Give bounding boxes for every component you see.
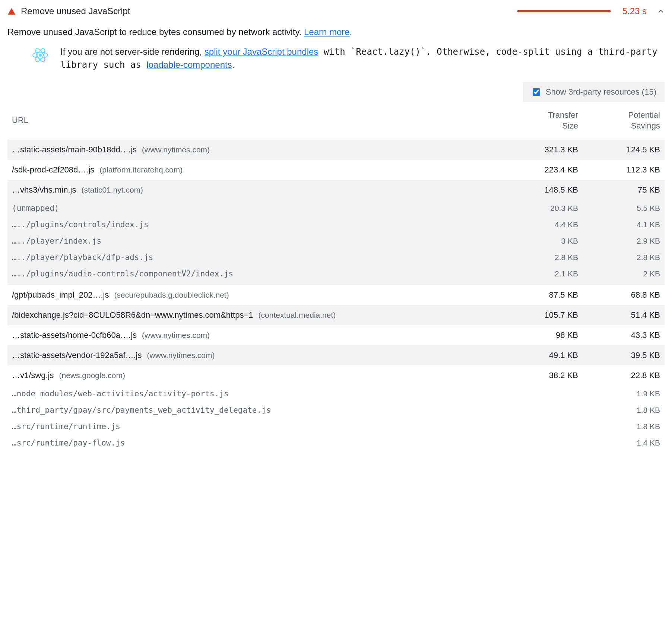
table-row[interactable]: …vhs3/vhs.min.js(static01.nyt.com)148.5 … — [7, 180, 665, 200]
table-subrow[interactable]: …../player/playback/dfp-ads.js2.8 KB2.8 … — [7, 249, 665, 266]
subrow-path: …src/runtime/pay-flow.js — [12, 438, 496, 447]
row-url-host: (platform.iteratehq.com) — [99, 165, 183, 174]
row-potential-savings: 68.8 KB — [586, 290, 660, 300]
subrow-savings: 5.5 KB — [586, 204, 660, 213]
row-transfer-size: 105.7 KB — [504, 310, 578, 320]
row-transfer-size: 87.5 KB — [504, 290, 578, 300]
svg-marker-0 — [8, 8, 15, 15]
row-transfer-size: 98 KB — [504, 330, 578, 340]
chevron-up-icon[interactable] — [657, 7, 665, 15]
subrow-size: 4.4 KB — [504, 220, 578, 229]
row-url-path: …v1/swg.js — [12, 371, 54, 380]
table-subrow[interactable]: …../player/index.js3 KB2.9 KB — [7, 233, 665, 249]
toggle-third-party[interactable]: Show 3rd-party resources (15) — [523, 82, 665, 102]
row-url-path: /gpt/pubads_impl_202….js — [12, 290, 109, 300]
table-subrow[interactable]: …node_modules/web-activities/activity-po… — [7, 386, 665, 402]
subrow-size: 2.1 KB — [504, 269, 578, 278]
subrow-savings: 2 KB — [586, 269, 660, 278]
table-subrow[interactable]: (unmapped)20.3 KB5.5 KB — [7, 200, 665, 216]
row-transfer-size: 38.2 KB — [504, 371, 578, 380]
row-url-path: …vhs3/vhs.min.js — [12, 185, 76, 195]
svg-point-1 — [39, 54, 42, 57]
learn-more-link[interactable]: Learn more — [304, 27, 350, 37]
row-potential-savings: 51.4 KB — [586, 310, 660, 320]
subrow-path: (unmapped) — [12, 204, 496, 213]
framework-hint: If you are not server-side rendering, sp… — [7, 45, 665, 72]
row-potential-savings: 22.8 KB — [586, 371, 660, 380]
row-transfer-size: 223.4 KB — [504, 165, 578, 175]
hint-link-loadable[interactable]: loadable-components — [146, 60, 232, 70]
subrow-savings: 1.8 KB — [586, 406, 660, 415]
row-url-path: …static-assets/main-90b18dd….js — [12, 145, 137, 155]
col-url: URL — [12, 115, 496, 125]
subrow-path: …node_modules/web-activities/activity-po… — [12, 389, 496, 398]
subrow-path: …third_party/gpay/src/payments_web_activ… — [12, 406, 496, 415]
hint-link-split-bundles[interactable]: split your JavaScript bundles — [205, 47, 318, 57]
subrow-size: 20.3 KB — [504, 204, 578, 213]
audit-header[interactable]: Remove unused JavaScript 5.23 s — [7, 6, 665, 16]
table-subrow[interactable]: …src/runtime/runtime.js1.8 KB — [7, 418, 665, 435]
row-url-path: …static-assets/vendor-192a5af….js — [12, 351, 142, 360]
score-bar — [517, 10, 611, 12]
toggle-third-party-label: Show 3rd-party resources (15) — [546, 87, 656, 97]
table-body: …static-assets/main-90b18dd….js(www.nyti… — [7, 140, 665, 454]
subrow-savings: 2.8 KB — [586, 253, 660, 262]
fail-triangle-icon — [7, 7, 16, 15]
subrow-path: …../plugins/controls/index.js — [12, 220, 496, 229]
subrow-savings: 4.1 KB — [586, 220, 660, 229]
row-url-host: (www.nytimes.com) — [142, 331, 210, 340]
subrow-path: …../plugins/audio-controls/componentV2/i… — [12, 269, 496, 278]
table-subrow[interactable]: …third_party/gpay/src/payments_web_activ… — [7, 402, 665, 418]
hint-pre: If you are not server-side rendering, — [60, 47, 205, 57]
subrow-path: …../player/index.js — [12, 237, 496, 245]
table-row[interactable]: /gpt/pubads_impl_202….js(securepubads.g.… — [7, 285, 665, 305]
subrow-savings: 1.8 KB — [586, 422, 660, 431]
row-potential-savings: 39.5 KB — [586, 351, 660, 360]
audit-time: 5.23 s — [622, 6, 647, 16]
row-url-host: (contextual.media.net) — [259, 311, 336, 320]
row-transfer-size: 148.5 KB — [504, 185, 578, 195]
savings-table: URL Transfer Size Potential Savings …sta… — [7, 104, 665, 454]
table-row[interactable]: /bidexchange.js?cid=8CULO58R6&dn=www.nyt… — [7, 305, 665, 325]
audit-title: Remove unused JavaScript — [21, 6, 130, 16]
audit-description: Remove unused JavaScript to reduce bytes… — [7, 27, 665, 37]
col-transfer-size: Transfer Size — [504, 110, 578, 131]
table-row[interactable]: …static-assets/main-90b18dd….js(www.nyti… — [7, 140, 665, 160]
hint-post: . — [232, 60, 235, 70]
row-potential-savings: 124.5 KB — [586, 145, 660, 155]
table-subrow[interactable]: …src/runtime/pay-flow.js1.4 KB — [7, 435, 665, 451]
toggle-third-party-checkbox[interactable] — [533, 88, 540, 96]
row-potential-savings: 112.3 KB — [586, 165, 660, 175]
table-row[interactable]: …static-assets/home-0cfb60a….js(www.nyti… — [7, 325, 665, 345]
row-url-host: (securepubads.g.doubleclick.net) — [114, 291, 229, 299]
row-potential-savings: 43.3 KB — [586, 330, 660, 340]
table-row[interactable]: /sdk-prod-c2f208d….js(platform.iteratehq… — [7, 160, 665, 180]
col-potential-savings: Potential Savings — [586, 110, 660, 131]
table-subrow[interactable]: …../plugins/audio-controls/componentV2/i… — [7, 266, 665, 282]
subrow-path: …src/runtime/runtime.js — [12, 422, 496, 431]
table-header: URL Transfer Size Potential Savings — [7, 104, 665, 140]
table-subrow[interactable]: …../plugins/controls/index.js4.4 KB4.1 K… — [7, 216, 665, 233]
subrow-savings: 1.9 KB — [586, 389, 660, 398]
audit-description-text: Remove unused JavaScript to reduce bytes… — [7, 27, 304, 37]
table-row[interactable]: …v1/swg.js(news.google.com)38.2 KB22.8 K… — [7, 365, 665, 386]
subrow-savings: 1.4 KB — [586, 438, 660, 447]
row-url-path: /sdk-prod-c2f208d….js — [12, 165, 94, 175]
subrow-size: 3 KB — [504, 237, 578, 245]
audit-description-suffix: . — [350, 27, 352, 37]
subrow-savings: 2.9 KB — [586, 237, 660, 245]
subrow-path: …../player/playback/dfp-ads.js — [12, 253, 496, 262]
react-logo-icon — [32, 47, 48, 63]
table-row[interactable]: …static-assets/vendor-192a5af….js(www.ny… — [7, 345, 665, 365]
row-url-path: …static-assets/home-0cfb60a….js — [12, 330, 137, 340]
subrow-size: 2.8 KB — [504, 253, 578, 262]
row-url-path: /bidexchange.js?cid=8CULO58R6&dn=www.nyt… — [12, 310, 253, 320]
row-url-host: (news.google.com) — [59, 371, 125, 380]
row-url-host: (www.nytimes.com) — [142, 145, 210, 154]
row-url-host: (www.nytimes.com) — [147, 351, 215, 360]
row-transfer-size: 49.1 KB — [504, 351, 578, 360]
row-potential-savings: 75 KB — [586, 185, 660, 195]
row-transfer-size: 321.3 KB — [504, 145, 578, 155]
row-url-host: (static01.nyt.com) — [81, 186, 143, 194]
